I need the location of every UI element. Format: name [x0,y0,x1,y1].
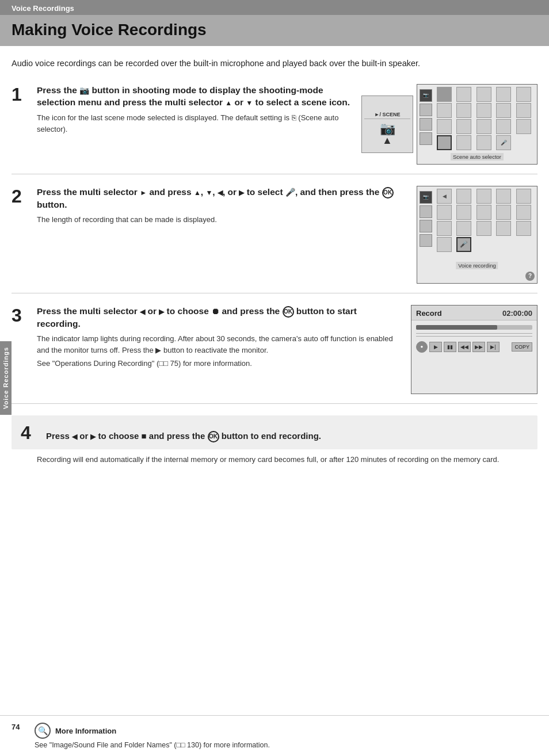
step-2-desc: The length of recording that can be made… [37,214,407,226]
step-1-image: ►/ SCENE 📷 ▲ 📷 ​ ​ ​ [361,84,537,165]
step-2: 2 Press the multi selector ► and press ▲… [12,186,537,293]
ctrl-btn-play: ▶ [429,342,442,352]
arrow-right-icon-3: ▶ [159,308,164,316]
arrow-down-icon: ▼ [246,99,253,107]
icon-cell-mic: 🎤 [456,237,471,252]
step-4-title: Press ◀ or ▶ to choose ■ and press the O… [46,430,321,442]
icon-cell [437,103,452,118]
icon-cell [476,189,491,204]
icon-cell [476,205,491,220]
more-info-area: 🔍 More Information [35,723,537,739]
icon-cell: 🎤 [496,135,511,150]
icon-cell [437,205,452,220]
icon-cell [496,205,511,220]
page-number: 74 [12,723,29,731]
ctrl-btn-end: ▶| [487,342,500,352]
icon-cell [476,135,491,150]
side-icon-5: 📷 [420,191,432,204]
arrow-up-icon: ▲ [225,99,232,107]
step-3-screen: Record 02:00:00 ● ▶ ▮▮ ◀◀ ▶▶ ▶| [411,305,537,394]
icon-cell: ◀ [437,189,452,204]
step-2-title: Press the multi selector ► and press ▲, … [37,186,407,211]
record-controls: ● ▶ ▮▮ ◀◀ ▶▶ ▶| COPY [416,341,532,353]
icon-cell [496,103,511,118]
screen-left-icons-2: 📷 ​ ​ ​ [420,191,432,247]
side-icon-6: ​ [420,205,432,218]
record-header: Record 02:00:00 [411,306,537,320]
icon-cell [476,221,491,236]
more-info-desc: See "Image/Sound File and Folder Names" … [35,741,537,749]
record-line-2 [416,336,532,337]
icon-cell [456,221,471,236]
record-line-1 [416,333,532,334]
arrow-right-icon-2: ▶ [239,189,244,197]
content-area: Audio voice recordings can be recorded o… [0,46,549,486]
icon-cell [516,205,531,220]
arrow-right-icon-4: ▶ [90,433,96,441]
arrow-up-icon-2: ▲ [194,189,201,197]
question-mark-icon: ? [525,272,535,281]
record-body: ● ▶ ▮▮ ◀◀ ▶▶ ▶| COPY [411,320,537,357]
step-4-wrapper: 4 Press ◀ or ▶ to choose ■ and press the… [12,415,537,465]
progress-bar-fill [416,325,497,330]
side-icon-7: ​ [420,220,432,232]
icon-cell [516,189,531,204]
mic-icon: 🎤 [285,187,295,198]
page-title-bar: Making Voice Recordings [0,15,549,46]
icon-cell [437,135,452,150]
record-stop-icon: ● [416,341,428,353]
arrow-left-icon-3: ◀ [72,433,77,441]
icon-cell [476,87,491,102]
section-header: Voice Recordings [0,0,549,15]
step-number-1: 1 [12,84,32,165]
icon-cell [437,87,452,102]
step-2-screen: 📷 ​ ​ ​ ◀ [417,186,537,284]
icon-cell [437,221,452,236]
progress-bar [416,325,532,330]
page-footer: 74 🔍 More Information See "Image/Sound F… [0,715,549,756]
side-icon-8: ​ [420,234,432,247]
icon-cell [456,205,471,220]
step-1-desc: The icon for the last scene mode selecte… [37,112,352,135]
ok-button-icon: OK [382,187,394,198]
icon-cell [516,119,531,134]
arrow-right-icon: ► [140,189,147,197]
icon-cell [476,103,491,118]
icon-cell [516,87,531,102]
icon-cell [516,221,531,236]
step-number-4: 4 [21,422,41,442]
ok-button-icon-2: OK [283,306,294,318]
icon-cell [456,87,471,102]
info-icon: 🔍 [35,723,51,739]
step-3-image: Record 02:00:00 ● ▶ ▮▮ ◀◀ ▶▶ ▶| [411,305,537,394]
ctrl-btn-next: ▶▶ [472,342,485,352]
step-3-ref: See "Operations During Recording" (□□ 75… [37,359,402,368]
screen-label-1: Scene auto selector [451,153,504,161]
record-time: 02:00:00 [502,309,532,318]
icon-cell [496,119,511,134]
side-tab: Voice Recordings [0,341,12,415]
arrow-down-icon-2: ▼ [205,189,212,197]
ctrl-btn-prev: ◀◀ [458,342,471,352]
icon-cell [456,119,471,134]
step-2-image: 📷 ​ ​ ​ ◀ [417,186,537,284]
step-3: 3 Press the multi selector ◀ or ▶ to cho… [12,305,537,404]
ctrl-btn-pause: ▮▮ [444,342,456,352]
icon-cell [496,221,511,236]
side-icon-1: 📷 [420,89,432,102]
camera-icon: 📷 [79,85,89,97]
icon-cell [437,237,452,252]
step-1: 1 Press the 📷 button in shooting mode to… [12,84,537,174]
ok-button-icon-3: OK [208,431,219,442]
step-number-3: 3 [12,305,32,394]
arrow-left-icon: ◀ [218,189,223,197]
footer-info: 🔍 More Information See "Image/Sound File… [35,723,537,749]
section-title: Voice Recordings [12,4,74,13]
more-info-label: More Information [55,727,116,735]
step-3-title: Press the multi selector ◀ or ▶ to choos… [37,305,402,330]
side-icon-2: ​ [420,104,432,116]
side-icon-4: ​ [420,132,432,145]
step-number-2: 2 [12,186,32,284]
step-1-title: Press the 📷 button in shooting mode to d… [37,84,352,109]
screen-left-icons-1: 📷 ​ ​ ​ [420,89,432,145]
